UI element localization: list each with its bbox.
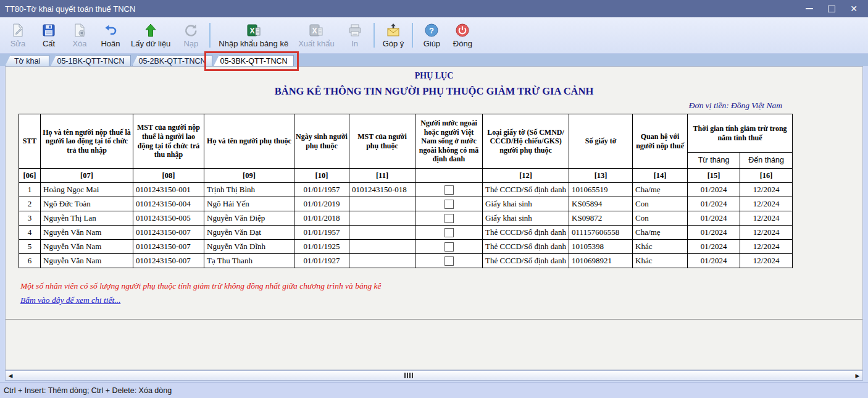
foreign-checkbox[interactable]	[444, 256, 454, 266]
table-row[interactable]: 2Ngô Đức Toàn0101243150-004Ngô Hải Yến01…	[19, 197, 793, 211]
table-row[interactable]: 3Nguyễn Thị Lan0101243150-005Nguyễn Văn …	[19, 211, 793, 226]
cell-npt_name[interactable]: Nguyễn Văn Điệp	[204, 211, 294, 226]
cell-birth[interactable]: 01/01/2018	[294, 211, 349, 226]
cell-birth[interactable]: 01/01/2019	[294, 197, 349, 211]
cell-to[interactable]: 12/2024	[740, 226, 793, 240]
cell-npt_name[interactable]: Trịnh Thị Bình	[204, 183, 294, 197]
cell-relation[interactable]: Khác	[633, 240, 688, 254]
table-row[interactable]: 4Nguyễn Văn Nam0101243150-007Nguyễn Văn …	[19, 226, 793, 240]
cell-from[interactable]: 01/2024	[688, 211, 740, 226]
cell-doc_type[interactable]: Thẻ CCCD/Số định danh	[483, 183, 569, 197]
help-button[interactable]: ? Giúp	[416, 21, 447, 49]
cell-npt_name[interactable]: Tạ Thu Thanh	[204, 254, 294, 268]
cell-doc_no[interactable]: 10105398	[569, 240, 633, 254]
cell-nnt_name[interactable]: Nguyễn Văn Nam	[41, 254, 133, 268]
cell-stt[interactable]: 6	[19, 254, 41, 268]
close-button[interactable]: ✕	[849, 4, 858, 13]
cell-relation[interactable]: Khác	[633, 254, 688, 268]
tab-05-2bk-qtt-tncn[interactable]: 05-2BK-QTT-TNCN	[132, 55, 212, 66]
cell-stt[interactable]: 2	[19, 197, 41, 211]
cell-doc_no[interactable]: 1010698921	[569, 254, 633, 268]
cell-doc_type[interactable]: Thẻ CCCD/Số định danh	[483, 240, 569, 254]
cell-stt[interactable]: 5	[19, 240, 41, 254]
cell-to[interactable]: 12/2024	[740, 197, 793, 211]
undo-button[interactable]: Hoãn	[95, 21, 126, 49]
foreign-checkbox[interactable]	[444, 242, 454, 252]
feedback-button[interactable]: Góp ý	[378, 21, 409, 49]
cell-npt_name[interactable]: Ngô Hải Yến	[204, 197, 294, 211]
foreign-checkbox-cell[interactable]	[415, 183, 483, 197]
cell-doc_type[interactable]: Giấy khai sinh	[483, 211, 569, 226]
scrollbar-thumb-grip[interactable]	[404, 373, 413, 378]
save-button[interactable]: Cất	[33, 21, 64, 49]
foreign-checkbox[interactable]	[444, 214, 454, 223]
cell-to[interactable]: 12/2024	[740, 240, 793, 254]
scroll-left-arrow-icon[interactable]: ◀	[6, 371, 15, 380]
cell-stt[interactable]: 3	[19, 211, 41, 226]
cell-to[interactable]: 12/2024	[740, 254, 793, 268]
cell-from[interactable]: 01/2024	[688, 226, 740, 240]
import-statement-button[interactable]: X Nhập khẩu bảng kê	[214, 21, 293, 49]
cell-relation[interactable]: Con	[633, 211, 688, 226]
tab-05-1bk-qtt-tncn[interactable]: 05-1BK-QTT-TNCN	[51, 55, 131, 66]
cell-stt[interactable]: 1	[19, 183, 41, 197]
cell-doc_no[interactable]: KS05894	[569, 197, 633, 211]
cell-birth[interactable]: 01/01/1927	[294, 254, 349, 268]
cell-nnt_mst[interactable]: 0101243150-001	[133, 183, 204, 197]
horizontal-scrollbar[interactable]: ◀ ▶	[5, 370, 863, 381]
maximize-button[interactable]	[827, 4, 836, 13]
foreign-checkbox[interactable]	[444, 228, 454, 237]
cell-nnt_name[interactable]: Nguyễn Văn Nam	[41, 226, 133, 240]
cell-npt_name[interactable]: Nguyễn Văn Dĩnh	[204, 240, 294, 254]
get-data-button[interactable]: Lấy dữ liệu	[126, 21, 175, 49]
close-form-button[interactable]: Đóng	[447, 21, 478, 49]
cell-nnt_mst[interactable]: 0101243150-007	[133, 254, 204, 268]
foreign-checkbox-cell[interactable]	[415, 211, 483, 226]
cell-nnt_mst[interactable]: 0101243150-007	[133, 226, 204, 240]
cell-npt_mst[interactable]	[349, 226, 415, 240]
cell-birth[interactable]: 01/01/1957	[294, 226, 349, 240]
foreign-checkbox-cell[interactable]	[415, 254, 483, 268]
cell-nnt_mst[interactable]: 0101243150-004	[133, 197, 204, 211]
cell-doc_no[interactable]: 011157606558	[569, 226, 633, 240]
cell-npt_mst[interactable]	[349, 254, 415, 268]
cell-from[interactable]: 01/2024	[688, 197, 740, 211]
cell-doc_type[interactable]: Thẻ CCCD/Số định danh	[483, 226, 569, 240]
minimize-button[interactable]	[805, 4, 814, 13]
cell-nnt_name[interactable]: Nguyễn Thị Lan	[41, 211, 133, 226]
foreign-checkbox-cell[interactable]	[415, 197, 483, 211]
cell-nnt_mst[interactable]: 0101243150-007	[133, 240, 204, 254]
tab-05-3bk-qtt-tncn[interactable]: 05-3BK-QTT-TNCN	[214, 55, 294, 66]
cell-relation[interactable]: Con	[633, 197, 688, 211]
cell-npt_mst[interactable]	[349, 197, 415, 211]
tab-to-khai[interactable]: Tờ khai	[5, 55, 49, 66]
cell-to[interactable]: 12/2024	[740, 183, 793, 197]
table-row[interactable]: 1Hoàng Ngọc Mai0101243150-001Trịnh Thị B…	[19, 183, 793, 197]
foreign-checkbox[interactable]	[444, 200, 454, 209]
cell-birth[interactable]: 01/01/1957	[294, 183, 349, 197]
cell-npt_mst[interactable]: 0101243150-018	[349, 183, 415, 197]
cell-relation[interactable]: Cha/mẹ	[633, 226, 688, 240]
cell-nnt_name[interactable]: Hoàng Ngọc Mai	[41, 183, 133, 197]
cell-from[interactable]: 01/2024	[688, 254, 740, 268]
cell-stt[interactable]: 4	[19, 226, 41, 240]
cell-to[interactable]: 12/2024	[740, 211, 793, 226]
cell-relation[interactable]: Cha/mẹ	[633, 183, 688, 197]
cell-doc_no[interactable]: 101065519	[569, 183, 633, 197]
foreign-checkbox[interactable]	[444, 185, 454, 195]
cell-doc_no[interactable]: KS09872	[569, 211, 633, 226]
cell-doc_type[interactable]: Thẻ CCCD/Số định danh	[483, 254, 569, 268]
cell-nnt_name[interactable]: Ngô Đức Toàn	[41, 197, 133, 211]
cell-npt_mst[interactable]	[349, 240, 415, 254]
cell-doc_type[interactable]: Giấy khai sinh	[483, 197, 569, 211]
foreign-checkbox-cell[interactable]	[415, 240, 483, 254]
cell-birth[interactable]: 01/01/1925	[294, 240, 349, 254]
cell-npt_name[interactable]: Nguyễn Văn Đạt	[204, 226, 294, 240]
cell-from[interactable]: 01/2024	[688, 183, 740, 197]
scroll-right-arrow-icon[interactable]: ▶	[853, 371, 862, 380]
cell-nnt_mst[interactable]: 0101243150-005	[133, 211, 204, 226]
cell-npt_mst[interactable]	[349, 211, 415, 226]
table-row[interactable]: 6Nguyễn Văn Nam0101243150-007Tạ Thu Than…	[19, 254, 793, 268]
foreign-checkbox-cell[interactable]	[415, 226, 483, 240]
view-details-link[interactable]: Bấm vào đây để xem chi tiết...	[20, 295, 120, 305]
